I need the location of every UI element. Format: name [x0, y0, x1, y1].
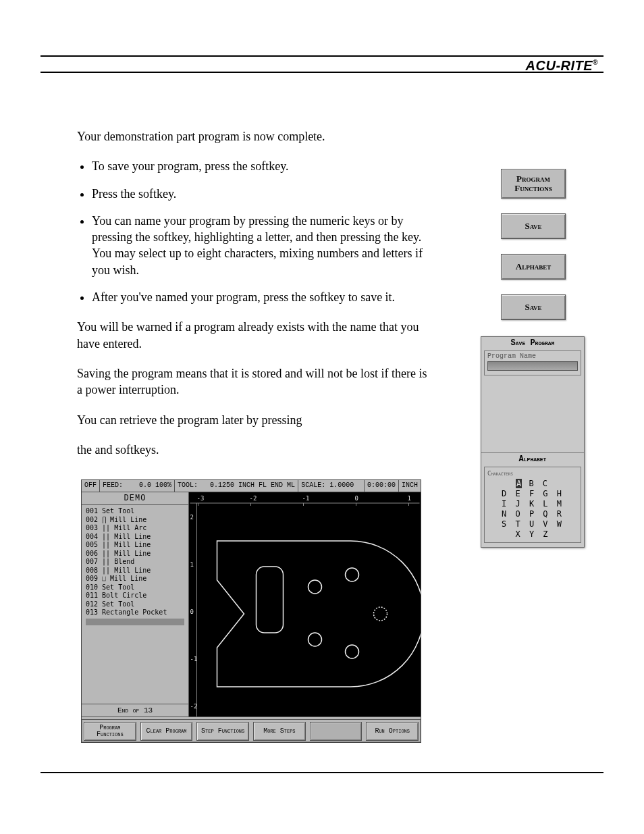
svg-text:0: 0: [355, 495, 358, 502]
svg-text:-2: -2: [190, 703, 198, 710]
save-para: Saving the program means that it is stor…: [77, 365, 432, 398]
demo-screenshot: OFF FEED: 0.0 100% TOOL: 0.1250 INCH FL …: [81, 479, 421, 743]
softkey-save-1[interactable]: Save: [501, 213, 566, 239]
step-row[interactable]: 007 || Blend: [86, 558, 188, 567]
softkey-alphabet[interactable]: Alphabet: [501, 254, 566, 280]
bullet-1: To save your program, press the softkey.: [92, 158, 432, 174]
bullet-3: You can name your program by pressing th…: [92, 213, 432, 278]
sk-program-functions[interactable]: Program Functions: [84, 722, 136, 741]
svg-text:1: 1: [190, 561, 194, 568]
step-row[interactable]: 001 Set Tool: [86, 507, 188, 516]
save-program-panel: Save Program Program Name Alphabet Chara…: [481, 336, 585, 548]
softkey-save-2[interactable]: Save: [501, 294, 566, 320]
svg-point-22: [374, 607, 387, 621]
bullet-4: After you've named your program, press t…: [92, 289, 432, 305]
alphabet-characters[interactable]: Characters A B C D E F G H I J K L M N O…: [484, 467, 581, 543]
retrieve-line2: the and softkeys.: [77, 442, 432, 458]
svg-text:-1: -1: [302, 495, 310, 502]
svg-point-18: [308, 580, 322, 594]
softkey-program-functions[interactable]: Program Functions: [501, 169, 566, 199]
svg-rect-17: [257, 567, 284, 633]
svg-text:-3: -3: [197, 495, 205, 502]
step-row[interactable]: 008 || Mill Line: [86, 567, 188, 575]
svg-point-19: [308, 633, 322, 646]
demo-softkey-row: Program Functions Clear Program Step Fun…: [82, 719, 421, 743]
step-row[interactable]: 009 ⨆ Mill Line: [86, 575, 188, 583]
retrieve-line1: You can retrieve the program later by pr…: [77, 412, 432, 428]
status-scale: SCALE: 1.0000: [298, 480, 365, 492]
alphabet-label: Alphabet: [481, 452, 584, 465]
save-panel-title: Save Program: [481, 337, 584, 349]
status-off: OFF: [82, 480, 100, 492]
warn-para: You will be warned if a program already …: [77, 319, 432, 352]
step-row[interactable]: 010 Set Tool: [86, 583, 188, 592]
step-row[interactable]: 006 || Mill Line: [86, 550, 188, 558]
status-bar: OFF FEED: 0.0 100% TOOL: 0.1250 INCH FL …: [82, 480, 421, 492]
status-feed: FEED: 0.0 100%: [100, 480, 175, 492]
sk-run-options[interactable]: Run Options: [366, 722, 419, 741]
step-row[interactable]: 002 ∏ Mill Line: [86, 516, 188, 525]
step-row[interactable]: 004 || Mill Line: [86, 533, 188, 542]
sk-step-functions[interactable]: Step Functions: [196, 722, 249, 741]
svg-point-20: [346, 568, 359, 581]
program-name-label: Program Name: [487, 353, 578, 360]
svg-text:-1: -1: [190, 656, 198, 662]
sk-clear-program[interactable]: Clear Program: [140, 722, 193, 741]
svg-text:-2: -2: [250, 495, 257, 502]
step-row[interactable]: 005 || Mill Line: [86, 541, 188, 550]
svg-text:2: 2: [190, 514, 194, 521]
main-text: Your demonstration part program is now c…: [77, 128, 432, 471]
step-row[interactable]: 011 Bolt Circle: [86, 592, 188, 600]
steps-end: End of 13: [82, 704, 188, 716]
status-time: 0:00:00: [365, 480, 399, 492]
step-row[interactable]: 012 Set Tool: [86, 600, 188, 609]
part-graphic-canvas: -3 -2 -1 0 1: [189, 492, 421, 716]
intro-para: Your demonstration part program is now c…: [77, 128, 432, 145]
status-units: INCH: [399, 480, 421, 492]
bullet-2: Press the softkey.: [92, 186, 432, 202]
sk-blank: [310, 722, 363, 741]
step-selection[interactable]: [86, 619, 184, 625]
svg-text:1: 1: [408, 495, 411, 502]
svg-text:0: 0: [190, 608, 194, 615]
program-title: DEMO: [82, 492, 188, 505]
step-row[interactable]: 003 || Mill Arc: [86, 524, 188, 533]
step-row[interactable]: 013 Rectangle Pocket: [86, 608, 188, 617]
svg-point-21: [346, 645, 359, 658]
status-tool: TOOL: 0.1250 INCH FL END ML: [175, 480, 298, 492]
program-name-field[interactable]: [487, 361, 578, 371]
program-steps: DEMO 001 Set Tool 002 ∏ Mill Line 003 ||…: [82, 492, 189, 716]
sk-more-steps[interactable]: More Steps: [253, 722, 306, 741]
softkey-column: Program Functions Save Alphabet Save: [500, 169, 567, 320]
